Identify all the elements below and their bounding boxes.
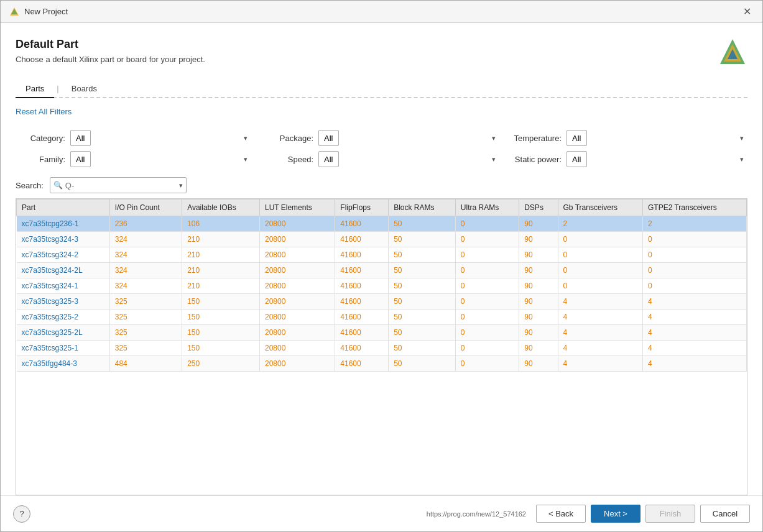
table-cell: 90	[519, 263, 558, 278]
static-power-select[interactable]: All	[566, 151, 587, 167]
static-power-select-wrapper: All	[566, 151, 747, 167]
search-icon: 🔍	[53, 181, 63, 190]
table-cell: xc7a35tcsg325-3	[17, 294, 110, 310]
tab-parts[interactable]: Parts	[16, 80, 54, 98]
table-cell: 41600	[335, 310, 389, 325]
table-cell: 41600	[335, 341, 389, 356]
reset-filters-link[interactable]: Reset All Filters	[16, 107, 72, 116]
table-cell: 20800	[259, 356, 335, 372]
temperature-select-wrapper: All	[566, 130, 747, 146]
category-select-wrapper: All	[70, 130, 251, 146]
table-cell: 4	[558, 341, 642, 356]
table-row[interactable]: xc7a35tcsg324-132421020800416005009000	[17, 278, 747, 294]
filter-row-temperature: Temperature: All	[512, 130, 747, 146]
table-cell: 150	[182, 325, 260, 341]
search-input[interactable]	[50, 177, 187, 193]
package-select-wrapper: All	[318, 130, 499, 146]
url-hint: https://prog.com/new/12_574162	[427, 510, 526, 518]
table-cell: 150	[182, 310, 260, 325]
filter-rows: Category: All Package: All	[16, 130, 747, 167]
table-cell: 41600	[335, 232, 389, 247]
table-cell: 20800	[259, 294, 335, 310]
speed-select[interactable]: All	[318, 151, 339, 167]
table-cell: 210	[182, 247, 260, 263]
speed-label: Speed:	[264, 155, 313, 164]
tabs-container: Parts | Boards	[16, 80, 747, 97]
search-section: Search: 🔍 ▾	[16, 172, 747, 198]
table-row[interactable]: xc7a35tcsg325-232515020800416005009044	[17, 310, 747, 325]
table-cell: 41600	[335, 325, 389, 341]
table-cell: 41600	[335, 247, 389, 263]
footer: ? https://prog.com/new/12_574162 < Back …	[1, 495, 762, 531]
table-cell: 325	[109, 294, 182, 310]
cancel-button[interactable]: Cancel	[700, 505, 750, 523]
package-select[interactable]: All	[318, 130, 339, 146]
parts-table-section: Part I/O Pin Count Available IOBs LUT El…	[16, 198, 747, 495]
table-cell: 90	[519, 356, 558, 372]
table-cell: 250	[182, 356, 260, 372]
table-cell: 50	[389, 216, 456, 232]
table-row[interactable]: xc7a35tcsg324-332421020800416005009000	[17, 232, 747, 247]
col-ultra-rams: Ultra RAMs	[455, 200, 519, 216]
title-bar-left: New Project	[9, 7, 68, 17]
table-cell: 90	[519, 216, 558, 232]
vivado-logo	[718, 38, 747, 68]
table-cell: 150	[182, 341, 260, 356]
table-cell: 90	[519, 247, 558, 263]
filter-row-speed: Speed: All	[264, 151, 499, 167]
table-cell: 50	[389, 247, 456, 263]
table-cell: 20800	[259, 216, 335, 232]
parts-table: Part I/O Pin Count Available IOBs LUT El…	[16, 199, 747, 372]
back-button[interactable]: < Back	[536, 505, 586, 523]
table-cell: 90	[519, 232, 558, 247]
table-row[interactable]: xc7a35tcsg324-2L32421020800416005009000	[17, 263, 747, 278]
table-cell: 90	[519, 325, 558, 341]
title-bar: New Project ✕	[1, 1, 762, 23]
table-cell: 20800	[259, 341, 335, 356]
family-select[interactable]: All	[70, 151, 91, 167]
table-cell: 20800	[259, 310, 335, 325]
table-cell: 210	[182, 263, 260, 278]
table-cell: 0	[558, 263, 642, 278]
table-cell: 20800	[259, 247, 335, 263]
table-row[interactable]: xc7a35tcsg325-2L32515020800416005009044	[17, 325, 747, 341]
family-select-wrapper: All	[70, 151, 251, 167]
family-label: Family:	[16, 155, 65, 164]
table-cell: 4	[558, 325, 642, 341]
col-flipflops: FlipFlops	[335, 200, 389, 216]
table-cell: 0	[558, 247, 642, 263]
table-cell: 0	[558, 232, 642, 247]
table-cell: 20800	[259, 278, 335, 294]
table-cell: 90	[519, 294, 558, 310]
col-dsps: DSPs	[519, 200, 558, 216]
table-row[interactable]: xc7a35tfgg484-348425020800416005009044	[17, 356, 747, 372]
table-row[interactable]: xc7a35tcsg325-332515020800416005009044	[17, 294, 747, 310]
close-button[interactable]: ✕	[741, 6, 754, 17]
help-button[interactable]: ?	[13, 505, 30, 523]
table-header-row: Part I/O Pin Count Available IOBs LUT El…	[17, 200, 747, 216]
filters-section: Reset All Filters Category: All Package:	[16, 98, 747, 172]
tab-boards[interactable]: Boards	[62, 80, 107, 98]
col-gb-transceivers: Gb Transceivers	[558, 200, 642, 216]
table-container[interactable]: Part I/O Pin Count Available IOBs LUT El…	[16, 199, 747, 495]
table-cell: 325	[109, 325, 182, 341]
finish-button[interactable]: Finish	[645, 505, 695, 523]
search-label: Search:	[16, 181, 44, 190]
next-button[interactable]: Next >	[591, 505, 640, 523]
table-row[interactable]: xc7a35tcsg324-232421020800416005009000	[17, 247, 747, 263]
table-cell: 0	[642, 263, 746, 278]
table-cell: xc7a35tcsg324-2L	[17, 263, 110, 278]
page-heading: Default Part	[16, 38, 205, 51]
table-cell: 0	[642, 232, 746, 247]
table-row[interactable]: xc7a35tcpg236-123610620800416005009022	[17, 216, 747, 232]
table-cell: 2	[642, 216, 746, 232]
table-row[interactable]: xc7a35tcsg325-132515020800416005009044	[17, 341, 747, 356]
temperature-select[interactable]: All	[566, 130, 587, 146]
table-cell: 324	[109, 278, 182, 294]
table-cell: 4	[642, 356, 746, 372]
col-lut-elements: LUT Elements	[259, 200, 335, 216]
category-select[interactable]: All	[70, 130, 91, 146]
app-icon	[9, 7, 19, 17]
table-cell: xc7a35tcsg325-2	[17, 310, 110, 325]
table-cell: 41600	[335, 216, 389, 232]
